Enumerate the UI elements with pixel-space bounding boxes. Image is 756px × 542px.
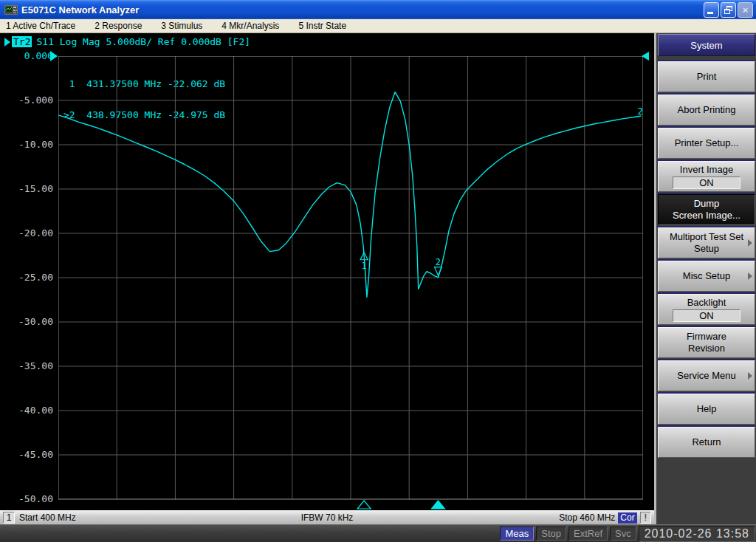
y-tick-label: -35.00: [0, 360, 53, 371]
marker-1-axis-indicator-icon: [357, 501, 371, 509]
softkey-label: Dump: [694, 198, 720, 210]
menu-bar: 1 Active Ch/Trace2 Response3 Stimulus4 M…: [0, 19, 756, 33]
close-icon: ×: [743, 5, 749, 15]
y-tick-label: -45.00: [0, 449, 53, 460]
sidebar-empty-area: [658, 458, 755, 524]
marker-1-number: 1: [362, 261, 367, 271]
softkey-multiport-test-set-setup[interactable]: Multiport Test SetSetup: [658, 227, 755, 258]
y-tick-label: -20.00: [0, 227, 53, 239]
y-tick-label: -5.000: [0, 95, 53, 106]
softkey-sidebar: System PrintAbort PrintingPrinter Setup.…: [654, 33, 756, 524]
submenu-arrow-icon: [748, 372, 752, 380]
softkey-label: Revision: [688, 343, 725, 354]
status-stop: Stop: [536, 526, 566, 541]
window-title: E5071C Network Analyzer: [21, 4, 704, 16]
softkey-misc-setup[interactable]: Misc Setup: [658, 261, 755, 292]
trace-settings-text: S11 Log Mag 5.000dB/ Ref 0.000dB [F2]: [36, 36, 250, 47]
softkey-label: Help: [697, 403, 717, 415]
instrument-status-bar: MeasStopExtRefSvc 2010-02-26 13:58: [0, 524, 756, 542]
toggle-state: ON: [673, 176, 740, 189]
active-trace-arrow-icon: [4, 38, 10, 47]
datetime-display: 2010-02-26 13:58: [639, 526, 755, 542]
instrument-display: Tr2S11 Log Mag 5.000dB/ Ref 0.000dB [F2]…: [0, 33, 654, 524]
application-window: E5071C Network Analyzer × 1 Active Ch/Tr…: [0, 0, 756, 542]
close-button[interactable]: ×: [738, 2, 753, 18]
softkey-invert-image[interactable]: Invert ImageON: [658, 161, 755, 192]
submenu-arrow-icon: [748, 272, 752, 280]
softkey-label: Abort Printing: [678, 104, 736, 116]
status-svc: Svc: [610, 526, 636, 541]
y-tick-label: -50.00: [0, 493, 53, 504]
softkey-label: Print: [697, 71, 717, 83]
softkey-label: Multiport Test Set: [670, 231, 743, 243]
softkey-backlight[interactable]: BacklightON: [658, 294, 755, 325]
trace-end-number-label: 2: [637, 106, 643, 117]
softkey-label: Service Menu: [677, 370, 735, 382]
softkey-firmware-revision[interactable]: FirmwareRevision: [658, 327, 755, 358]
restore-icon: [724, 6, 732, 14]
minimize-icon: [707, 12, 713, 14]
marker-2-number: 2: [436, 257, 441, 267]
softkey-label: Return: [692, 436, 721, 448]
trace-header[interactable]: Tr2S11 Log Mag 5.000dB/ Ref 0.000dB [F2]: [4, 36, 250, 47]
restore-button[interactable]: [721, 2, 736, 18]
softkey-menu-title: System: [658, 34, 755, 56]
softkey-printer-setup[interactable]: Printer Setup...: [658, 128, 755, 159]
menu-item-stimulus[interactable]: 3 Stimulus: [159, 20, 204, 32]
softkey-help[interactable]: Help: [658, 394, 755, 425]
softkey-label: Backlight: [687, 297, 726, 309]
menu-item-response[interactable]: 2 Response: [93, 20, 143, 32]
y-tick-label: -30.00: [0, 316, 53, 327]
y-tick-label: -10.00: [0, 139, 53, 150]
app-icon: [4, 4, 18, 16]
softkey-print[interactable]: Print: [658, 61, 755, 92]
y-tick-label: -25.00: [0, 272, 53, 283]
y-tick-label: 0.000: [0, 50, 53, 61]
minimize-button[interactable]: [704, 2, 719, 18]
softkey-abort-printing[interactable]: Abort Printing: [658, 95, 755, 126]
softkey-label: Printer Setup...: [675, 137, 739, 149]
y-tick-label: -40.00: [0, 405, 53, 416]
softkey-label: Invert Image: [680, 164, 733, 176]
softkey-label: Misc Setup: [683, 270, 730, 282]
menu-item-active-ch-trace[interactable]: 1 Active Ch/Trace: [4, 20, 77, 32]
softkey-label: Screen Image...: [673, 210, 740, 222]
softkey-return[interactable]: Return: [658, 427, 755, 458]
marker-2-axis-indicator-icon: [431, 501, 444, 509]
s11-trace-line: [58, 92, 641, 298]
toggle-state: ON: [673, 309, 740, 322]
submenu-arrow-icon: [748, 239, 752, 247]
s11-trace-plot: 212: [58, 56, 643, 515]
status-extref: ExtRef: [568, 526, 608, 541]
menu-item-instr-state[interactable]: 5 Instr State: [297, 20, 348, 32]
softkey-service-menu[interactable]: Service Menu: [658, 360, 755, 391]
channel-number-badge: 1: [3, 512, 15, 524]
title-bar: E5071C Network Analyzer ×: [0, 0, 756, 19]
y-tick-label: -15.00: [0, 183, 53, 194]
status-meas: Meas: [500, 526, 534, 541]
menu-item-mkr-analysis[interactable]: 4 Mkr/Analysis: [220, 20, 281, 32]
softkey-label: Setup: [694, 243, 719, 255]
trace-tag: Tr2: [12, 36, 32, 47]
plot-screen: Tr2S11 Log Mag 5.000dB/ Ref 0.000dB [F2]…: [0, 33, 654, 510]
softkey-dump-screen-image[interactable]: DumpScreen Image...: [658, 194, 755, 225]
softkey-label: Firmware: [687, 331, 726, 343]
